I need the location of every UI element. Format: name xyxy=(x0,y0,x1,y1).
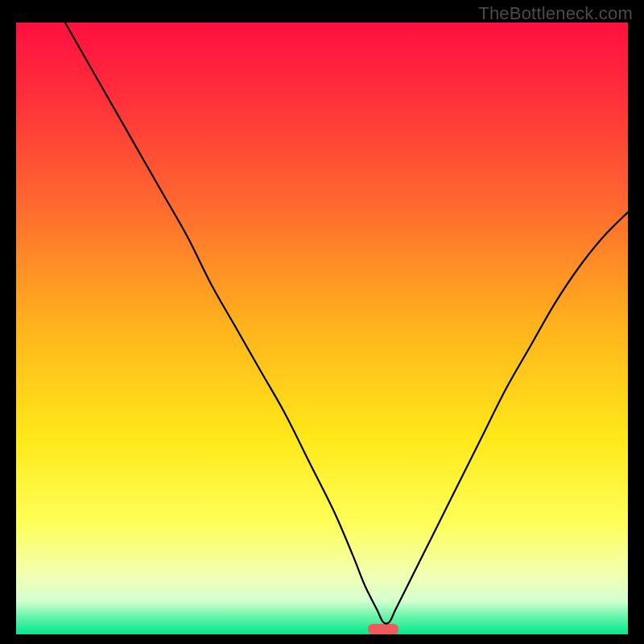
chart-container: TheBottleneck.com xyxy=(0,0,644,644)
plot-background xyxy=(16,23,628,634)
bottleneck-marker xyxy=(368,624,398,634)
bottleneck-chart xyxy=(16,23,628,634)
watermark: TheBottleneck.com xyxy=(478,3,633,24)
